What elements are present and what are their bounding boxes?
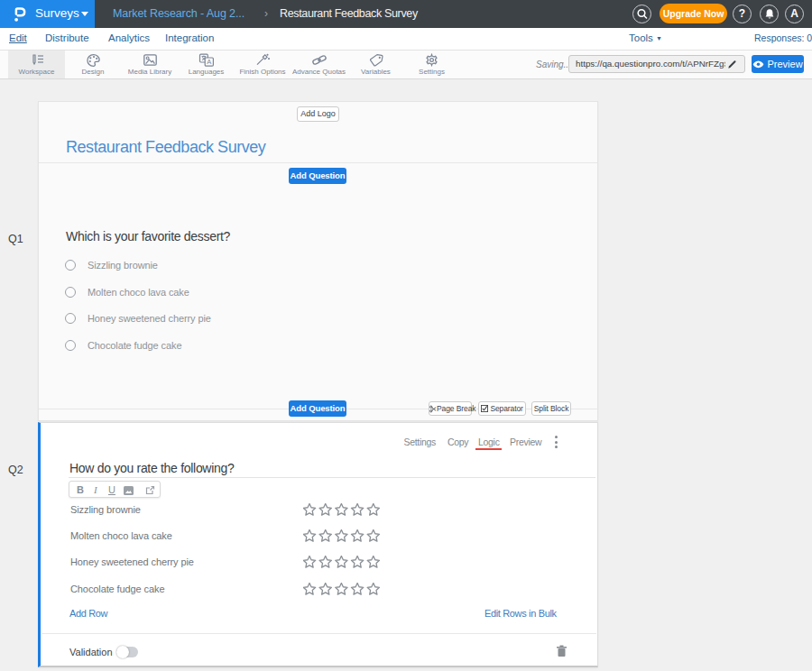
svg-text:A: A: [207, 58, 211, 66]
